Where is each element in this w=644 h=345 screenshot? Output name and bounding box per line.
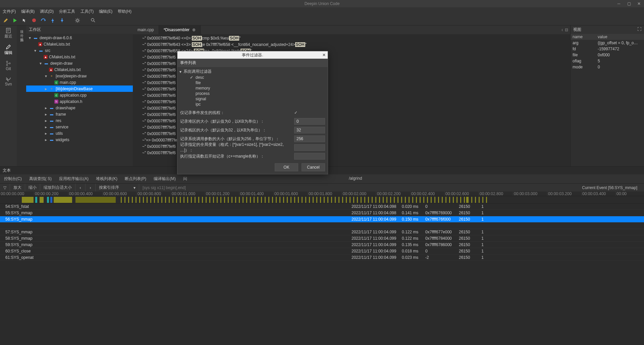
text-input[interactable] [294,118,325,125]
text-input[interactable] [294,144,325,151]
menu-debug[interactable]: 调试(D) [40,9,54,14]
tree-row[interactable]: ▸▬widgets [26,136,133,143]
menu-analyze[interactable]: 分析工具 [59,9,75,14]
tree-row[interactable]: ▸▬drawshape [26,105,133,111]
menu-help[interactable]: 帮助(H) [118,9,131,14]
menu-file[interactable]: 文件(F) [3,9,16,14]
btab-issues[interactable]: 问 [182,175,189,183]
filter-group-syscall[interactable]: ▾ 系统调用过滤器 [177,68,328,75]
filter-item[interactable]: file [177,80,328,85]
tree-row[interactable]: ▸▬service [26,124,133,130]
sort-dropdown[interactable]: 按索引排序▾ [96,184,139,191]
stop-icon[interactable] [31,17,37,23]
activity-git[interactable]: Git [5,60,11,71]
cancel-button[interactable]: Cancel [302,163,325,171]
text-input[interactable] [294,153,325,160]
event-row[interactable]: 59:SYS_mmap2022/11/17 11:00:04.0990.135 … [0,242,644,248]
filter-tree[interactable]: ▾ 系统调用过滤器 ✓descfilememoryprocesssignalip… [177,67,328,108]
activity-svn[interactable]: Svn [5,76,12,87]
minimize-button[interactable]: ─ [614,0,624,7]
filter-item[interactable]: signal [177,96,328,102]
btab-appout[interactable]: 应用程序输出(A) [58,175,90,183]
tree-row[interactable]: ▸▬res [26,117,133,124]
cursor-icon[interactable] [21,17,28,23]
filter-icon[interactable]: ▽ [0,184,10,191]
tree-row[interactable]: ▾▬deepin-draw [26,60,133,66]
svg-point-1 [52,21,53,22]
tab-disassembler[interactable]: *Disassembler ⊗ [159,25,201,34]
checkbox-icon[interactable] [190,92,194,96]
timeline-track[interactable]: for(let i=0;i<100;i++){document.write('<… [0,196,644,204]
checkbox-icon[interactable] [190,97,194,101]
event-row[interactable]: 60:SYS_close2022/11/17 11:00:04.0990.018… [0,248,644,254]
btab-console[interactable]: 控制台(C) [3,175,23,183]
activity-edit[interactable]: 编辑 [4,44,12,56]
close-icon[interactable]: ✕ [322,53,326,57]
tree-row[interactable]: ▲CMakeLists.txt [26,41,133,47]
next-icon[interactable]: › [86,184,96,191]
step-over-icon[interactable] [40,17,46,23]
zoom-out-button[interactable]: 缩小 [25,184,40,191]
btab-stack[interactable]: 堆栈列表(K) [95,175,119,183]
tree-row[interactable]: ▸▬utils [26,130,133,136]
filter-item[interactable]: process [177,91,328,96]
menu-tools[interactable]: 工具(T) [80,9,94,14]
tree-row[interactable]: happlication.h [26,98,133,105]
filter-item[interactable]: ipc [177,102,328,107]
checkbox-icon[interactable] [190,81,194,85]
btab-valgrind[interactable]: /algrind [347,175,363,183]
filter-item[interactable]: ✓desc [177,75,328,80]
tree-row[interactable]: ▲CMakeLists.txt [26,54,133,60]
close-icon[interactable]: ⊗ [192,27,196,32]
step-out-icon[interactable] [59,17,65,23]
pencil-icon[interactable] [3,17,9,23]
checkbox-icon[interactable] [190,102,194,106]
checkbox-icon[interactable]: ✓ [190,75,194,79]
event-table[interactable]: 54:SYS_fstat2022/11/17 11:00:04.0980.020… [0,204,644,261]
tree-row[interactable]: ▾▬src [26,47,133,54]
maximize-button[interactable]: ▢ [624,0,634,7]
activity-recent[interactable]: 最近 [4,27,12,39]
event-row[interactable]: 61:SYS_openat2022/11/17 11:00:04.0990.02… [0,254,644,261]
event-row[interactable]: 57:SYS_mmap2022/11/17 11:00:04.0990.122 … [0,229,644,235]
text-input[interactable] [294,127,325,133]
event-duration: 0.018 ms [402,249,425,253]
ruler-tick: 00:00:02.200 [376,191,411,196]
tree-row[interactable]: ▲CMakeLists.txt [26,66,133,73]
btab-breakpoints[interactable]: 断点列表(P) [123,175,148,183]
btab-buildout[interactable]: 编译输出(M) [152,175,177,183]
run-icon[interactable] [12,17,18,23]
event-row[interactable]: 55:SYS_mmap2022/11/17 11:00:04.0980.141 … [0,210,644,216]
checkbox-icon[interactable] [190,86,194,90]
zoom-in-button[interactable]: 放大 [10,184,25,191]
tab-main-cpp[interactable]: main.cpp [133,25,159,34]
expand-icon[interactable]: ⛶ [637,27,641,33]
gear-icon[interactable] [74,17,80,23]
event-row[interactable]: 56:SYS_mmap2022/11/17 11:00:04.0990.150 … [0,216,644,223]
text-input[interactable] [294,135,325,142]
tree-row[interactable]: ▾⌖[exe]deepin-draw [26,73,133,79]
tree-row[interactable]: cmain.cpp [26,79,133,85]
close-button[interactable]: ✕ [634,0,644,7]
tree-row[interactable]: capplication.cpp [26,92,133,98]
ok-button[interactable]: OK [275,163,298,171]
checkbox[interactable]: ✓ [294,110,325,115]
step-into-icon[interactable] [50,17,56,23]
menu-build[interactable]: 编译(B) [21,9,35,14]
tree-row[interactable]: ▾▬deepin-draw-6.0.6 [26,35,133,41]
menu-edit[interactable]: 编辑(E) [99,9,112,14]
search-icon[interactable] [90,17,96,23]
event-row[interactable]: 58:SYS_mmap2022/11/17 11:00:04.0990.122 … [0,235,644,242]
zoom-fit-button[interactable]: 缩放到合适大小 [40,184,75,191]
split-icon[interactable]: ⫞ [561,27,563,32]
filter-item[interactable]: memory [177,85,328,91]
tab-label: main.cpp [138,27,154,32]
tree-row[interactable]: ▸▬frame [26,111,133,117]
list-icon[interactable]: ⊟ [565,27,568,32]
prev-icon[interactable]: ‹ [75,184,86,191]
activity-label: Git [6,66,11,71]
file-tree[interactable]: ▾▬deepin-draw-6.0.6▲CMakeLists.txt▾▬src▲… [26,34,133,166]
btab-find[interactable]: 高级查找( S) [28,175,53,183]
tree-row[interactable]: ▸⌖[lib]deepinDrawBase [26,85,133,92]
event-row[interactable]: 54:SYS_fstat2022/11/17 11:00:04.0980.020… [0,204,644,210]
